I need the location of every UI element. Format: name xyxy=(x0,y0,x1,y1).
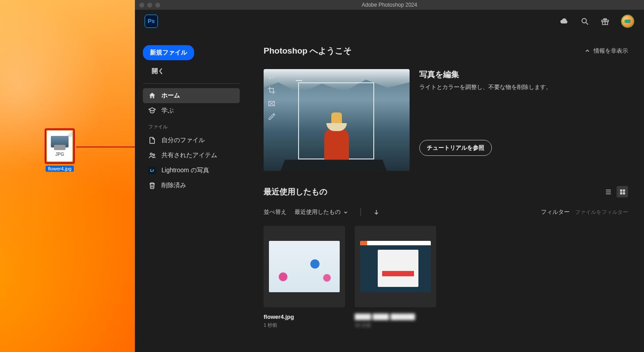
recent-grid: flower4.jpg 1 秒前 ████ ████ ██████ 16 分前 xyxy=(264,226,628,329)
desktop-file-label: flower4.jpg xyxy=(46,166,73,172)
photoshop-window: Adobe Photoshop 2024 Ps 新規ファイル 開く ホーム 学ぶ… xyxy=(135,0,644,352)
chevron-up-icon xyxy=(585,48,590,54)
nav-shared-label: 共有されたアイテム xyxy=(161,151,217,159)
lightroom-icon: Lr xyxy=(148,166,156,174)
jpg-file-icon: JPG xyxy=(47,131,73,162)
sort-value: 最近使用したもの xyxy=(295,208,341,216)
sidebar-section-file: ファイル xyxy=(148,124,238,130)
chevron-down-icon xyxy=(343,210,348,215)
lasso-icon xyxy=(267,73,276,81)
nav-learn[interactable]: 学ぶ xyxy=(143,103,240,118)
account-avatar[interactable] xyxy=(621,15,634,28)
nav-learn-label: 学ぶ xyxy=(161,107,174,115)
hide-info-label: 情報を非表示 xyxy=(594,47,628,55)
nav-deleted-label: 削除済み xyxy=(161,182,186,190)
filter-input[interactable]: ファイルをフィルター xyxy=(575,209,628,215)
gift-icon[interactable] xyxy=(601,17,610,26)
recent-title: 最近使用したもの xyxy=(264,186,327,197)
learn-icon xyxy=(148,107,156,115)
nav-lightroom[interactable]: Lr Lightroom の写真 xyxy=(143,163,240,178)
home-icon xyxy=(148,92,156,100)
svg-point-8 xyxy=(153,154,155,156)
hero-toolstrip xyxy=(267,73,276,121)
file-selection-highlight: JPG xyxy=(45,128,75,164)
svg-rect-20 xyxy=(623,192,625,194)
open-link[interactable]: 開く xyxy=(152,67,240,75)
hero-image xyxy=(264,69,410,171)
recent-item[interactable]: ████ ████ ██████ 16 分前 xyxy=(355,226,436,329)
photoshop-logo[interactable]: Ps xyxy=(145,15,158,28)
nav-shared[interactable]: 共有されたアイテム xyxy=(143,148,240,163)
recent-item-name: ████ ████ ██████ xyxy=(355,313,436,320)
nav-my-files[interactable]: 自分のファイル xyxy=(143,133,240,148)
cloud-icon[interactable] xyxy=(560,17,569,26)
recent-item-time: 16 分前 xyxy=(355,322,436,329)
hero-title: 写真を編集 xyxy=(419,69,552,80)
window-titlebar[interactable]: Adobe Photoshop 2024 xyxy=(135,0,644,10)
nav-home[interactable]: ホーム xyxy=(143,88,240,103)
app-topbar: Ps xyxy=(135,10,644,33)
list-icon xyxy=(605,188,612,196)
welcome-title: Photoshop へようこそ xyxy=(264,45,352,57)
svg-point-2 xyxy=(582,18,586,23)
grid-icon xyxy=(619,188,626,196)
search-icon[interactable] xyxy=(580,17,589,26)
divider xyxy=(360,208,361,216)
nav-lightroom-label: Lightroom の写真 xyxy=(161,166,209,174)
hero-description: ライトとカラーを調整し、不要な物を削除します。 xyxy=(419,83,552,91)
macos-desktop: JPG flower4.jpg xyxy=(0,0,135,352)
sort-direction-icon[interactable] xyxy=(373,209,380,215)
sort-select[interactable]: 最近使用したもの xyxy=(295,208,348,216)
recent-thumbnail xyxy=(264,226,345,307)
recent-item-time: 1 秒前 xyxy=(264,322,345,329)
svg-rect-19 xyxy=(620,192,622,194)
filter-label: フィルター xyxy=(541,209,570,215)
crop-icon xyxy=(267,86,276,95)
hero-card: 写真を編集 ライトとカラーを調整し、不要な物を削除します。 チュートリアルを参照 xyxy=(264,69,628,171)
svg-point-7 xyxy=(150,153,153,155)
shared-icon xyxy=(148,151,156,159)
nav-home-label: ホーム xyxy=(161,92,180,100)
eyedropper-icon xyxy=(267,112,276,121)
desktop-file[interactable]: JPG flower4.jpg xyxy=(42,128,77,172)
nav-deleted[interactable]: 削除済み xyxy=(143,178,240,193)
recent-item[interactable]: flower4.jpg 1 秒前 xyxy=(264,226,345,329)
window-title: Adobe Photoshop 2024 xyxy=(135,2,644,8)
file-icon xyxy=(148,136,156,144)
trash-icon xyxy=(148,182,156,190)
sort-label: 並べ替え xyxy=(264,208,287,216)
recent-thumbnail xyxy=(355,226,436,307)
list-view-button[interactable] xyxy=(602,186,614,197)
view-toggle xyxy=(602,186,628,197)
sidebar: 新規ファイル 開く ホーム 学ぶ ファイル 自分のファイル 共有されたアイテム … xyxy=(135,33,248,352)
svg-rect-17 xyxy=(620,189,622,191)
divider xyxy=(143,83,240,84)
main-content: Photoshop へようこそ 情報を非表示 xyxy=(248,33,644,352)
new-file-button[interactable]: 新規ファイル xyxy=(143,45,194,60)
adjust-icon xyxy=(267,99,276,108)
tutorial-button[interactable]: チュートリアルを参照 xyxy=(419,140,492,156)
recent-item-name: flower4.jpg xyxy=(264,313,345,320)
svg-line-3 xyxy=(586,22,588,24)
hide-info-toggle[interactable]: 情報を非表示 xyxy=(585,47,628,55)
grid-view-button[interactable] xyxy=(617,186,628,197)
nav-my-files-label: 自分のファイル xyxy=(161,136,205,144)
svg-rect-18 xyxy=(623,189,625,191)
